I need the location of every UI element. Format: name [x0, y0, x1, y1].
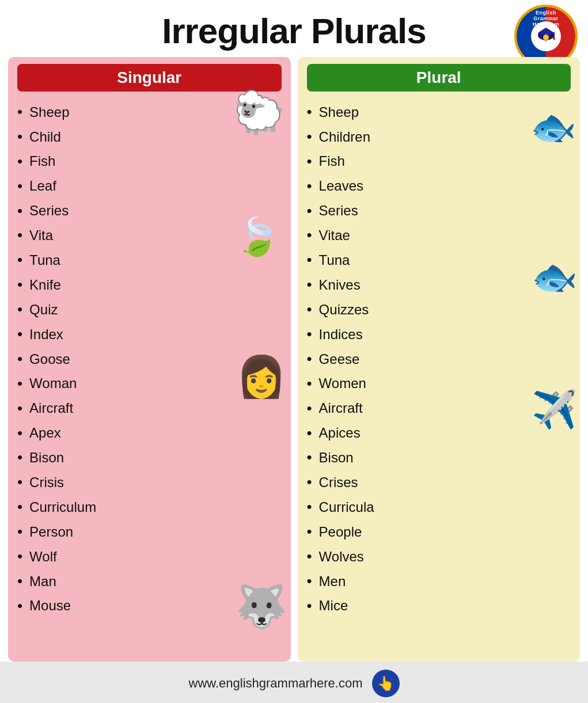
list-item: Person: [17, 519, 282, 544]
plural-list: SheepChildrenFishLeavesSeriesVitaeTunaKn…: [307, 100, 571, 618]
content-area: Singular 🐑 🍃 👩 🐺 SheepChildFishLeafSerie…: [0, 57, 588, 662]
list-item: Bison: [17, 445, 282, 470]
list-item: Mice: [307, 594, 571, 618]
list-item: Index: [17, 322, 282, 347]
logo-icon: [531, 21, 561, 51]
page-title: Irregular Plurals: [6, 10, 582, 51]
list-item: Geese: [307, 347, 571, 371]
list-item: Fish: [307, 149, 571, 174]
svg-rect-6: [545, 40, 547, 41]
woman-illustration: 👩: [236, 356, 286, 397]
leaf-illustration: 🍃: [234, 218, 280, 255]
svg-point-4: [553, 37, 555, 40]
list-item: Apex: [17, 421, 282, 446]
plane-illustration: ✈️: [532, 391, 578, 428]
footer: www.englishgrammarhere.com 👆: [0, 662, 588, 703]
list-item: Knife: [17, 272, 282, 297]
list-item: Wolf: [17, 544, 282, 569]
sheep-illustration: 🐑: [233, 92, 285, 133]
singular-column: Singular 🐑 🍃 👩 🐺 SheepChildFishLeafSerie…: [8, 57, 291, 662]
footer-icon: 👆: [372, 670, 400, 697]
plural-header: Plural: [307, 64, 571, 92]
list-item: Wolves: [307, 544, 571, 569]
list-item: People: [307, 519, 571, 544]
plural-column: Plural 🐟 🐟 ✈️ SheepChildrenFishLeavesSer…: [298, 57, 581, 662]
list-item: Leaf: [17, 174, 282, 199]
list-item: Curriculum: [17, 495, 282, 519]
svg-rect-3: [553, 32, 555, 38]
list-item: Crisis: [17, 470, 282, 495]
svg-point-5: [543, 35, 549, 40]
list-item: Crises: [307, 470, 571, 495]
wolf-illustration: 🐺: [236, 586, 287, 627]
list-item: Indices: [307, 322, 571, 347]
list-item: Vitae: [307, 223, 571, 248]
tuna-illustration: 🐟: [532, 259, 578, 295]
list-item: Fish: [17, 149, 282, 174]
page-header: Irregular Plurals EnglishGrammarHere.Com: [0, 0, 588, 57]
list-item: Series: [307, 199, 571, 223]
list-item: Men: [307, 569, 571, 594]
singular-header: Singular: [17, 64, 282, 92]
footer-url: www.englishgrammarhere.com: [189, 676, 363, 691]
list-item: Curricula: [307, 495, 571, 519]
fish-illustration: 🐟: [530, 109, 576, 146]
list-item: Quizzes: [307, 297, 571, 322]
list-item: Leaves: [307, 174, 571, 199]
list-item: Aircraft: [17, 396, 282, 421]
list-item: Quiz: [17, 297, 282, 322]
list-item: Bison: [307, 445, 571, 470]
